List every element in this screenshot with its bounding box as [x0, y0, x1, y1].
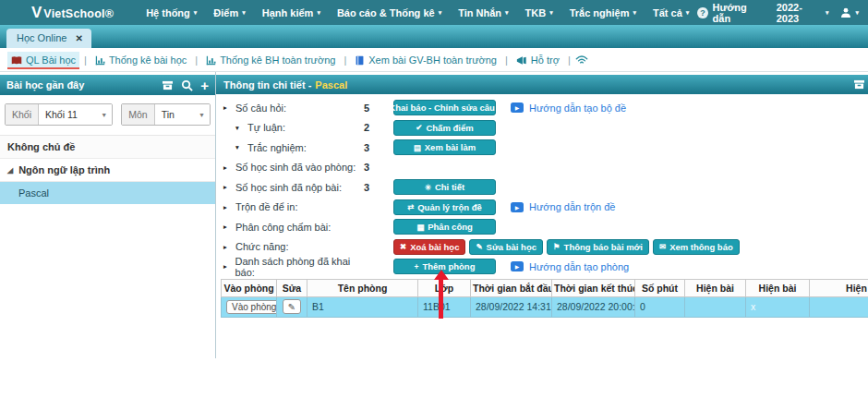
detail-label: Số học sinh đã vào phòng: [235, 162, 356, 173]
archive-box-icon[interactable] [853, 79, 865, 90]
vietschool-logo[interactable]: V VietSchool® [31, 5, 114, 20]
cell-end: 28/09/2022 20:00:00 [552, 296, 635, 317]
huong-dan-tao-bo-de-link[interactable]: ▶Hướng dẫn tạo bộ đề [511, 103, 626, 114]
video-play-icon: ▶ [511, 261, 524, 271]
wifi-icon[interactable] [575, 54, 588, 66]
detail-label: Số câu hỏi: [235, 103, 286, 114]
lessons-sidebar: Bài học gần đây + Khối Khối 11 ▼ Môn [0, 72, 216, 358]
bell-icon: ⚑ [553, 243, 561, 251]
menu-hanh-kiem[interactable]: Hạnh kiểm▾ [254, 7, 329, 18]
vao-phong-button[interactable]: Vào phòng [226, 300, 277, 314]
close-icon[interactable]: ✕ [75, 33, 82, 43]
menu-he-thong[interactable]: Hệ thống▾ [138, 7, 205, 18]
quan-ly-tron-de-button[interactable]: ⇄Quản lý trộn đề [393, 199, 496, 215]
phan-cong-button[interactable]: ▦Phân công [393, 219, 496, 235]
detail-label: Số học sinh đã nộp bài: [235, 182, 342, 193]
menu-diem[interactable]: Điểm▾ [205, 7, 253, 18]
table-header-row: Vào phòng Sửa Tên phòng Lớp Thời gian bắ… [222, 279, 868, 296]
school-year-value: 2022-2023 [777, 2, 822, 24]
xem-bai-lam-button[interactable]: ▤Xem bài làm [393, 139, 496, 155]
group-ngon-ngu-lap-trinh[interactable]: ◢ Ngôn ngữ lập trình [0, 159, 215, 182]
archive-box-icon[interactable] [162, 80, 174, 90]
arrow-right-icon: ▸ [223, 163, 231, 172]
sidebar-filters: Khối Khối 11 ▼ Môn Tin ▼ [0, 95, 215, 136]
video-play-icon: ▶ [511, 103, 524, 113]
detail-label: Danh sách phòng đã khai báo: [235, 256, 364, 278]
sua-bai-hoc-button[interactable]: ✎Sửa bài học [469, 239, 543, 255]
detail-value: 3 [364, 142, 393, 153]
help-link[interactable]: ? Hướng dẫn [697, 2, 764, 24]
separator: | [568, 54, 571, 66]
toolbar-link-thong-ke-bh-toan-truong[interactable]: Thống kê BH toàn trường [202, 52, 339, 67]
arrow-right-icon: ▸ [223, 183, 231, 191]
search-icon[interactable] [181, 79, 193, 91]
edit-room-icon[interactable]: ✎ [283, 299, 301, 314]
tab-bar: Học Online ✕ [0, 25, 868, 48]
help-label: Hướng dẫn [713, 2, 765, 24]
menu-label: Tất cả [653, 7, 682, 18]
button-label: Phân công [428, 222, 473, 232]
tree-expanded-icon: ◢ [7, 166, 13, 175]
table-row[interactable]: Vào phòng ✎ B1 11B01 28/09/2022 14:31:00… [222, 296, 868, 317]
them-phong-button[interactable]: +Thêm phòng [393, 259, 496, 274]
toolbar-link-label: Thống kê bài học [109, 54, 187, 66]
group-khong-chu-de[interactable]: Không chủ đề [0, 136, 215, 159]
arrow-right-icon: ▸ [223, 203, 231, 211]
chevron-down-icon: ▾ [826, 9, 829, 17]
col-thoi-gian-bat-dau: Thời gian bắt đầu [471, 279, 552, 296]
tab-hoc-online[interactable]: Học Online ✕ [6, 29, 91, 48]
button-label: Xoá bài học [410, 242, 459, 252]
detail-row-chuc-nang: ▸Chức năng: ✖Xoá bài học ✎Sửa bài học ⚑T… [223, 237, 868, 258]
sidebar-header: Bài học gần đây + [0, 75, 215, 95]
cham-diem-button[interactable]: ✔Chấm điểm [393, 120, 496, 136]
toolbar-link-thong-ke-bai-hoc[interactable]: Thống kê bài học [91, 52, 190, 67]
chevron-down-icon: ▾ [686, 9, 690, 17]
add-lesson-icon[interactable]: + [200, 78, 209, 92]
logo-v-icon: V [31, 5, 42, 20]
link-label: Hướng dẫn tạo phòng [529, 261, 629, 272]
col-hien-bai-2: Hiện bài [746, 279, 810, 296]
chevron-down-icon: ▾ [242, 9, 246, 17]
toolbar-link-label: Thống kê BH toàn trường [220, 54, 335, 66]
menu-tkb[interactable]: TKB▾ [517, 7, 561, 18]
lesson-item-pascal[interactable]: Pascal [0, 182, 215, 204]
check-icon: ✔ [416, 124, 422, 132]
menu-trac-nghiem[interactable]: Trắc nghiệm▾ [561, 7, 645, 18]
toolbar-link-ql-bai-hoc[interactable]: QL Bài học [7, 52, 79, 67]
khai-bao-chinh-sua-button[interactable]: ✎Khai báo - Chỉnh sửa câu hỏi [393, 100, 496, 115]
cell-so-phut: 0 [635, 296, 685, 317]
menu-tat-ca[interactable]: Tất cả▾ [645, 7, 697, 18]
xem-thong-bao-button[interactable]: ✉Xem thông báo [653, 239, 740, 255]
user-menu[interactable]: ▾ [840, 7, 859, 18]
detail-row-hs-nop-bai: ▸Số học sinh đã nộp bài: 3 ✳Chi tiết [223, 177, 868, 198]
detail-row-tron-de: ▸Trộn đề để in: ⇄Quản lý trộn đề ▶Hướng … [223, 198, 868, 218]
menu-bao-cao-thong-ke[interactable]: Báo cáo & Thống kê▾ [329, 7, 450, 18]
detail-panel-header: Thông tin chi tiết - Pascal [216, 75, 868, 94]
toolbar-link-label: Xem bài GV-BH toàn trường [368, 54, 497, 66]
module-toolbar: QL Bài học | Thống kê bài học | Thống kê… [0, 48, 868, 72]
chi-tiet-button[interactable]: ✳Chi tiết [393, 179, 496, 195]
detail-row-tu-luan: ▾Tự luận: 2 ✔Chấm điểm [223, 118, 868, 139]
chevron-down-icon: ▾ [855, 9, 859, 17]
huong-dan-tao-phong-link[interactable]: ▶Hướng dẫn tạo phòng [511, 261, 629, 272]
edit-icon: ✎ [379, 104, 385, 113]
thong-bao-bai-moi-button[interactable]: ⚑Thông báo bài mới [547, 239, 649, 255]
col-ten-phong: Tên phòng [307, 279, 418, 296]
menu-tin-nhan[interactable]: Tin Nhắn▾ [450, 7, 516, 18]
chevron-down-icon: ▾ [549, 9, 553, 17]
arrow-down-icon: ▾ [235, 143, 243, 151]
toolbar-link-ho-tro[interactable]: Hỗ trợ [512, 52, 563, 67]
button-label: Xem thông báo [669, 242, 733, 252]
toolbar-link-xem-bai-gv-bh[interactable]: Xem bài GV-BH toàn trường [351, 52, 500, 67]
toolbar-link-label: QL Bài học [26, 54, 76, 66]
cell-ten-phong: B1 [307, 296, 418, 317]
mon-select[interactable]: Tin ▼ [155, 104, 210, 125]
school-year-selector[interactable]: 2022-2023 ▾ [777, 2, 829, 24]
detail-title-lesson-name: Pascal [315, 79, 347, 90]
menu-label: Điểm [213, 7, 238, 18]
khoi-select[interactable]: Khối 11 ▼ [39, 104, 112, 125]
huong-dan-tron-de-link[interactable]: ▶Hướng dẫn trộn đề [511, 201, 615, 212]
chevron-down-icon: ▾ [194, 9, 198, 17]
menu-label: Tin Nhắn [458, 7, 501, 18]
xoa-bai-hoc-button[interactable]: ✖Xoá bài học [393, 239, 465, 255]
